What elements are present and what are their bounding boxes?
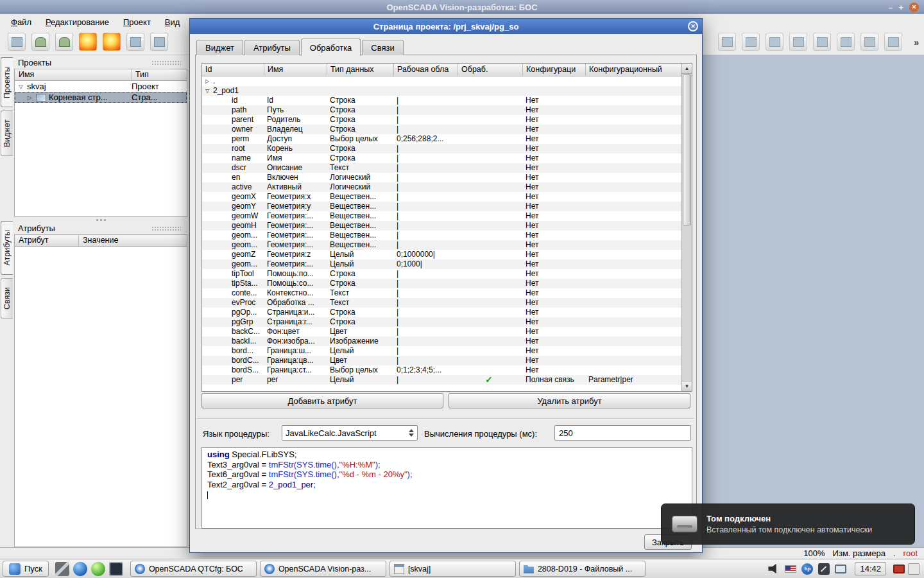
attr-row[interactable]: activeАктивныйЛогический|Нет	[202, 182, 682, 192]
hp-icon[interactable]	[801, 563, 813, 575]
attr-row[interactable]: permДоступВыбор целых0;256;288;2...Нет	[202, 134, 682, 144]
calc-period-input[interactable]	[554, 425, 691, 441]
column-attribute[interactable]: Атрибут	[15, 235, 79, 246]
attr-row[interactable]: geomWГеометрия:...Веществен...|Нет	[202, 211, 682, 221]
menu-item[interactable]: Вид	[158, 15, 187, 29]
flag-us-icon[interactable]	[785, 565, 796, 573]
scrollbar-thumb[interactable]	[683, 74, 691, 225]
display-settings-icon[interactable]	[893, 565, 905, 574]
attr-row[interactable]: ▷.	[202, 76, 682, 86]
attr-row[interactable]: pgOp...Страница:и...Строка|Нет	[202, 308, 682, 317]
attr-row[interactable]: bord...Граница:ш...Целый|Нет	[202, 346, 682, 356]
table-scrollbar[interactable]: ▲ ▼	[681, 64, 692, 391]
attr-row[interactable]: geom...Геометрия:...Веществен...|Нет	[202, 240, 682, 250]
expand-icon[interactable]: ▷	[205, 76, 213, 86]
browser-icon[interactable]	[73, 562, 87, 576]
tree-item[interactable]: ▷Корневая стр...Стра...	[15, 92, 187, 103]
attr-row[interactable]: tipSta...Помощь:со...Строка|Нет	[202, 279, 682, 288]
align-icon[interactable]	[837, 33, 855, 51]
dialog-titlebar[interactable]: Страница проекта: /prj_skvaj/pg_so ✕	[190, 19, 702, 34]
run-project-icon[interactable]	[103, 33, 121, 51]
menu-item[interactable]: Проект	[116, 15, 158, 29]
task-button[interactable]: [skvaj]	[389, 561, 516, 577]
run-vision-icon[interactable]	[79, 33, 97, 51]
edit-icon[interactable]	[818, 563, 830, 575]
window-titlebar[interactable]: OpenSCADA Vision-разработка: БОС – + ✕	[0, 0, 924, 14]
col-processing[interactable]: Обраб.	[458, 64, 523, 76]
print-icon[interactable]	[8, 33, 26, 51]
task-button[interactable]: OpenSCADA QTCfg: БОС	[130, 561, 257, 577]
attr-row[interactable]: bordS...Граница:ст...Выбор целых0;1;2;3;…	[202, 365, 682, 375]
paste-icon[interactable]	[813, 33, 831, 51]
scroll-up-icon[interactable]: ▲	[682, 64, 692, 74]
combo-spinner-icon[interactable]	[409, 429, 414, 437]
widget-library-icon[interactable]	[150, 33, 168, 51]
copy-icon[interactable]	[789, 33, 807, 51]
attr-row[interactable]: enВключенЛогический|Нет	[202, 173, 682, 182]
attr-row[interactable]: evProcОбработка ...Текст|Нет	[202, 298, 682, 308]
col-config-template[interactable]: Конфигурационный	[586, 64, 682, 76]
session-icon[interactable]	[908, 563, 920, 575]
undo-icon[interactable]	[718, 33, 736, 51]
dock-grip-icon[interactable]	[151, 226, 181, 231]
close-icon[interactable]: ✕	[909, 3, 919, 12]
proc-lang-combobox[interactable]: JavaLikeCalc.JavaScript	[282, 425, 418, 441]
code-editor[interactable]: using Special.FLibSYS;Text3_arg0val = tm…	[201, 447, 692, 529]
col-workarea[interactable]: Рабочая обла	[394, 64, 458, 76]
column-value[interactable]: Значение	[79, 235, 187, 246]
attr-row[interactable]: idIdСтрока|Нет	[202, 96, 682, 105]
attr-row[interactable]: geom...Геометрия:...Целый0;1000|Нет	[202, 259, 682, 269]
maximize-icon[interactable]: +	[898, 3, 903, 12]
dialog-tab[interactable]: Связи	[362, 40, 403, 55]
left-tab[interactable]: Проекты	[1, 57, 13, 107]
dialog-close-icon[interactable]: ✕	[688, 21, 698, 31]
tools-icon[interactable]	[55, 562, 69, 576]
attr-row[interactable]: perperЦелый|✓Полная связьParametr|per	[202, 375, 682, 385]
menu-item[interactable]: Файл	[4, 15, 38, 29]
app-green-icon[interactable]	[91, 562, 105, 576]
projects-panel-titlebar[interactable]: Проекты	[14, 57, 187, 69]
left-tab[interactable]: Виджет	[1, 110, 13, 156]
db-save-icon[interactable]	[55, 33, 73, 51]
attr-row[interactable]: geomYГеометрия:yВеществен...|Нет	[202, 202, 682, 211]
splitter-handle[interactable]	[14, 217, 187, 222]
start-button[interactable]: Пуск	[3, 561, 49, 577]
scroll-down-icon[interactable]: ▼	[682, 381, 692, 391]
minimize-icon[interactable]: –	[888, 3, 893, 12]
dialog-tab[interactable]: Обработка	[301, 39, 361, 56]
attr-row[interactable]: rootКореньСтрока|Нет	[202, 144, 682, 153]
dock-grip-icon[interactable]	[151, 60, 181, 66]
attr-row[interactable]: nameИмяСтрока|Нет	[202, 153, 682, 163]
attr-row[interactable]: geomHГеометрия:...Веществен...|Нет	[202, 221, 682, 231]
attributes-panel-titlebar[interactable]: Атрибуты	[14, 222, 187, 234]
attr-row[interactable]: backC...Фон:цветЦвет|Нет	[202, 327, 682, 337]
cut-icon[interactable]	[766, 33, 783, 51]
new-window-icon[interactable]	[126, 33, 144, 51]
column-type[interactable]: Тип	[132, 69, 187, 80]
notification-popup[interactable]: Том подключен Вставленный том подключен …	[661, 504, 915, 545]
col-config[interactable]: Конфигураци	[523, 64, 586, 76]
left-tab[interactable]: Связи	[1, 278, 13, 319]
attr-row[interactable]: tipToolПомощь:по...Строка|Нет	[202, 269, 682, 279]
volume-icon[interactable]	[768, 563, 780, 575]
dialog-tab[interactable]: Атрибуты	[244, 40, 300, 55]
tree-item[interactable]: ▽skvajПроект	[15, 81, 187, 92]
attr-row[interactable]: ▽2_pod1	[202, 86, 682, 96]
toolbar-overflow-icon[interactable]: »	[914, 37, 919, 48]
attr-row[interactable]: bordC...Граница:цв...Цвет|Нет	[202, 356, 682, 365]
attr-row[interactable]: geomZГеометрия:zЦелый0;1000000|Нет	[202, 250, 682, 259]
collapse-icon[interactable]: ▽	[205, 86, 213, 96]
attr-row[interactable]: dscrОписаниеТекст|Нет	[202, 163, 682, 173]
collapse-icon[interactable]: ▽	[17, 83, 24, 90]
terminal-icon[interactable]	[109, 562, 123, 576]
task-button[interactable]: OpenSCADA Vision-раз...	[260, 561, 386, 577]
expand-icon[interactable]: ▷	[26, 94, 33, 101]
display-icon[interactable]	[835, 565, 846, 574]
redo-icon[interactable]	[742, 33, 760, 51]
add-attribute-button[interactable]: Добавить атрибут	[201, 393, 443, 408]
attr-row[interactable]: backI...Фон:изобра...Изображение|Нет	[202, 337, 682, 346]
attr-row[interactable]: geomXГеометрия:xВеществен...|Нет	[202, 192, 682, 202]
attr-row[interactable]: pathПутьСтрока|Нет	[202, 105, 682, 115]
lower-icon[interactable]	[884, 33, 902, 51]
dialog-tab[interactable]: Виджет	[196, 40, 243, 55]
